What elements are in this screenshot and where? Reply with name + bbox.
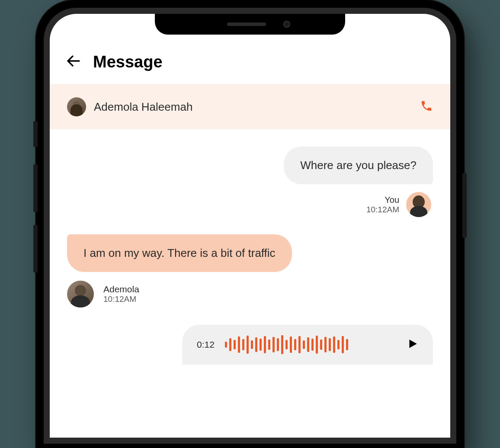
message-bubble[interactable]: Where are you please? (284, 147, 433, 184)
wave-bar (298, 336, 301, 353)
screen: Message Ademola Haleemah Where are you (50, 14, 450, 438)
contact-avatar[interactable] (67, 97, 86, 116)
wave-bar (251, 340, 253, 349)
phone-call-icon[interactable] (420, 99, 433, 114)
wave-bar (285, 340, 288, 349)
wave-bar (260, 339, 262, 351)
user-avatar[interactable] (406, 192, 431, 217)
phone-side-button (33, 164, 38, 212)
message-incoming: I am on my way. There is a bit of traffi… (67, 234, 433, 272)
message-meta-text: Ademola 10:12AM (103, 284, 139, 304)
wave-bar (294, 339, 296, 350)
phone-frame: Message Ademola Haleemah Where are you (36, 0, 464, 448)
wave-bar (311, 339, 314, 351)
message-time: 10:12AM (366, 205, 399, 214)
phone-camera (283, 21, 290, 28)
phone-side-button (33, 225, 38, 272)
voice-bubble[interactable]: 0:12 (182, 325, 433, 365)
sender-name: Ademola (103, 284, 139, 294)
wave-bar (290, 336, 292, 353)
wave-bar (346, 339, 348, 350)
phone-side-button (33, 121, 38, 147)
phone-inner-frame: Message Ademola Haleemah Where are you (44, 8, 456, 444)
contact-bar: Ademola Haleemah (50, 84, 450, 129)
voice-duration: 0:12 (197, 339, 215, 350)
message-meta-incoming: Ademola 10:12AM (67, 281, 433, 307)
message-meta-outgoing: You 10:12AM (67, 192, 433, 217)
wave-bar (238, 336, 240, 353)
wave-bar (277, 338, 279, 351)
voice-message: 0:12 (67, 325, 433, 365)
wave-bar (268, 339, 270, 350)
wave-bar (337, 340, 340, 349)
phone-notch (155, 14, 345, 35)
contact-avatar[interactable] (67, 281, 94, 307)
wave-bar (234, 340, 236, 349)
play-icon[interactable] (407, 338, 418, 352)
wave-bar (303, 340, 305, 349)
wave-bar (320, 339, 322, 350)
wave-bar (229, 338, 231, 351)
message-meta-text: You 10:12AM (366, 195, 399, 214)
wave-bar (307, 337, 309, 352)
wave-bar (272, 337, 275, 352)
wave-bar (324, 337, 327, 352)
wave-bar (333, 336, 335, 353)
chat-area: Where are you please? You 10:12AM I am o… (50, 129, 450, 365)
phone-speaker (227, 22, 266, 26)
contact-info: Ademola Haleemah (67, 97, 192, 116)
contact-name: Ademola Haleemah (94, 100, 192, 114)
message-outgoing: Where are you please? (67, 147, 433, 184)
wave-bar (316, 336, 318, 354)
wave-bar (264, 336, 266, 353)
wave-bar (281, 335, 283, 354)
wave-bar (247, 336, 249, 354)
message-bubble[interactable]: I am on my way. There is a bit of traffi… (67, 234, 292, 272)
wave-bar (342, 336, 344, 353)
wave-bar (329, 338, 331, 351)
message-time: 10:12AM (103, 294, 139, 304)
back-arrow-icon[interactable] (67, 54, 80, 70)
wave-bar (225, 342, 227, 348)
wave-bar (255, 337, 257, 352)
sender-name: You (366, 195, 399, 205)
wave-bar (242, 339, 244, 350)
voice-waveform[interactable] (225, 335, 397, 354)
page-title: Message (93, 53, 163, 71)
phone-side-button (462, 173, 467, 238)
